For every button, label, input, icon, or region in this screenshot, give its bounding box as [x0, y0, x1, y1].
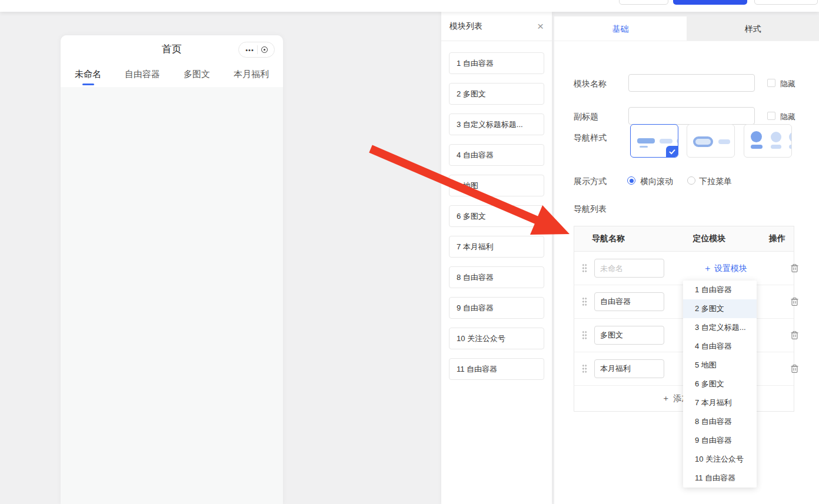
nav-list-label: 导航列表: [574, 204, 607, 215]
dropdown-item[interactable]: 1 自由容器: [683, 281, 757, 299]
top-toolbar: [0, 0, 819, 12]
module-list-item[interactable]: 6 多图文: [449, 205, 544, 227]
module-list-item[interactable]: 10 关注公众号: [449, 328, 544, 349]
module-list-title: 模块列表: [450, 21, 482, 32]
subtitle-input[interactable]: [628, 107, 755, 125]
drag-handle-icon[interactable]: [582, 263, 587, 273]
radio-horizontal-scroll-label: 横向滚动: [640, 176, 673, 187]
nav-style-option-icon-tabs[interactable]: [744, 124, 792, 158]
dropdown-item[interactable]: 5 地图: [683, 356, 757, 375]
selected-check-icon: [666, 146, 678, 158]
radio-dropdown-menu-label: 下拉菜单: [699, 176, 732, 187]
set-module-button[interactable]: ＋设置模块: [703, 263, 747, 274]
module-list-item[interactable]: 4 自由容器: [449, 144, 544, 166]
capsule-divider: [257, 45, 258, 54]
trash-icon: [790, 364, 799, 373]
plus-icon: ＋: [662, 393, 670, 404]
module-list-item[interactable]: 7 本月福利: [449, 236, 544, 258]
delete-button[interactable]: [788, 363, 800, 375]
module-list-item[interactable]: 11 自由容器: [449, 358, 544, 380]
dropdown-item[interactable]: 7 本月福利: [683, 393, 757, 412]
delete-button[interactable]: [788, 296, 800, 308]
module-name-hide-checkbox[interactable]: [767, 79, 775, 87]
trash-icon: [790, 263, 799, 273]
phone-header: 首页 •••: [61, 35, 283, 64]
module-list-item[interactable]: 9 自由容器: [449, 297, 544, 319]
nav-name-input[interactable]: [594, 292, 664, 311]
module-list-item[interactable]: 1 自由容器: [449, 52, 544, 74]
dropdown-item[interactable]: 9 自由容器: [683, 431, 757, 450]
tab-basic[interactable]: 基础: [554, 16, 687, 41]
drag-handle-icon[interactable]: [582, 331, 587, 340]
dropdown-item[interactable]: 10 关注公众号: [683, 450, 757, 469]
module-list-item[interactable]: 2 多图文: [449, 83, 544, 105]
module-list-item[interactable]: 8 自由容器: [449, 266, 544, 288]
drag-handle-icon[interactable]: [582, 364, 587, 373]
header-nav-name: 导航名称: [574, 233, 681, 244]
dropdown-item[interactable]: 11 自由容器: [683, 469, 757, 488]
drag-handle-icon[interactable]: [582, 297, 587, 306]
module-list-item[interactable]: 5 地图: [449, 175, 544, 196]
subtitle-hide-checkbox[interactable]: [767, 112, 775, 120]
trash-icon: [790, 331, 799, 340]
dropdown-item[interactable]: 4 自由容器: [683, 337, 757, 356]
phone-tab-unnamed[interactable]: 未命名: [68, 64, 108, 87]
close-icon[interactable]: ×: [537, 21, 544, 32]
trash-icon: [790, 297, 799, 306]
delete-button[interactable]: [788, 262, 800, 274]
radio-horizontal-scroll[interactable]: [627, 176, 635, 185]
phone-tab-monthly-benefit[interactable]: 本月福利: [227, 64, 276, 87]
dropdown-item[interactable]: 6 多图文: [683, 375, 757, 393]
header-actions: 操作: [761, 233, 794, 244]
dropdown-item[interactable]: 3 自定义标题...: [683, 318, 757, 337]
module-name-hide-label: 隐藏: [780, 79, 795, 89]
nav-table-header: 导航名称 定位模块 操作: [574, 226, 794, 252]
plus-icon: ＋: [703, 263, 712, 273]
display-mode-label: 展示方式: [574, 176, 607, 187]
phone-tab-multi-image[interactable]: 多图文: [177, 64, 217, 87]
radio-dropdown-menu[interactable]: [687, 176, 695, 185]
header-target-module: 定位模块: [681, 233, 761, 244]
module-name-label: 模块名称: [574, 79, 607, 89]
subtitle-hide-label: 隐藏: [780, 112, 795, 122]
more-icon: •••: [245, 46, 254, 54]
module-list-item[interactable]: 3 自定义标题标题...: [449, 114, 544, 135]
nav-name-input[interactable]: [594, 259, 664, 278]
phone-preview: 首页 ••• 未命名 自由容器 多图文 本月福利: [61, 35, 283, 504]
subtitle-label: 副标题: [574, 112, 598, 122]
miniprogram-capsule: •••: [238, 42, 275, 58]
tab-style[interactable]: 样式: [687, 16, 819, 41]
phone-tab-free-container[interactable]: 自由容器: [118, 64, 167, 87]
nav-style-option-text-tabs[interactable]: [630, 124, 678, 158]
module-name-input[interactable]: [628, 74, 755, 92]
circle-dot-icon: [261, 46, 268, 53]
module-dropdown: 1 自由容器 2 多图文 3 自定义标题... 4 自由容器 5 地图 6 多图…: [683, 281, 757, 488]
toolbar-primary-button[interactable]: [673, 0, 747, 5]
toolbar-secondary-button-2[interactable]: [754, 0, 818, 5]
nav-style-option-pill-tabs[interactable]: [687, 124, 735, 158]
nav-name-input[interactable]: [594, 326, 664, 345]
nav-name-input[interactable]: [594, 359, 664, 378]
settings-panel: 基础 样式 模块名称 隐藏 副标题 隐藏 导航样式: [554, 16, 819, 504]
module-list-panel: 模块列表 × 1 自由容器 2 多图文 3 自定义标题标题... 4 自由容器 …: [441, 12, 552, 504]
delete-button[interactable]: [788, 329, 800, 341]
nav-style-label: 导航样式: [574, 133, 607, 143]
toolbar-secondary-button-1[interactable]: [619, 0, 668, 5]
dropdown-item-highlighted[interactable]: 2 多图文: [683, 299, 757, 318]
phone-nav-tabs: 未命名 自由容器 多图文 本月福利: [61, 64, 283, 87]
dropdown-item[interactable]: 8 自由容器: [683, 412, 757, 431]
